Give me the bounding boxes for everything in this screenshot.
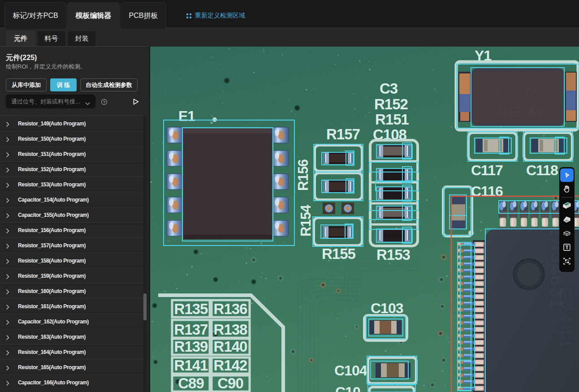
svg-text:C90: C90 (217, 375, 243, 392)
svg-text:C3: C3 (380, 80, 398, 97)
svg-text:C116: C116 (471, 183, 503, 199)
svg-text:8.0000: 8.0000 (495, 85, 542, 99)
svg-text:ZUS:4X: ZUS:4X (494, 105, 544, 119)
svg-text:R135: R135 (174, 301, 208, 317)
svg-text:R151: R151 (375, 111, 409, 128)
svg-text:R140: R140 (214, 338, 247, 355)
svg-text:R154: R154 (298, 204, 314, 237)
svg-text:T: T (566, 245, 569, 250)
svg-text:C10: C10 (335, 384, 360, 392)
svg-text:C117: C117 (471, 162, 503, 178)
svg-text:C104: C104 (334, 362, 367, 379)
svg-text:R156: R156 (295, 159, 311, 191)
svg-text:R141: R141 (174, 357, 208, 374)
svg-text:R136: R136 (214, 301, 248, 317)
svg-text:E1: E1 (178, 108, 195, 124)
svg-text:R155: R155 (322, 246, 356, 262)
svg-text:C118: C118 (526, 162, 558, 178)
svg-text:R137: R137 (174, 321, 208, 338)
svg-text:C89: C89 (178, 375, 204, 392)
svg-text:R142: R142 (214, 357, 248, 374)
svg-text:R157: R157 (326, 126, 360, 142)
svg-text:G2444: G2444 (555, 286, 576, 347)
svg-text:R139: R139 (174, 338, 208, 355)
svg-text:C103: C103 (371, 300, 403, 316)
svg-text:R152: R152 (374, 96, 408, 112)
svg-text:R138: R138 (214, 321, 248, 338)
svg-text:R153: R153 (376, 246, 410, 263)
